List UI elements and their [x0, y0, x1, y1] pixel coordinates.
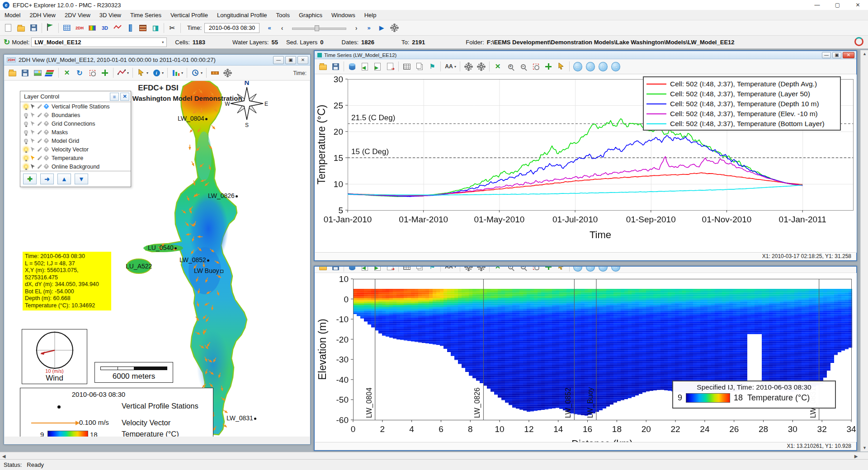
table-view-button[interactable]	[401, 61, 413, 73]
label-tag-icon[interactable]	[43, 129, 49, 135]
edit-pencil-icon[interactable]	[37, 113, 42, 118]
ts-close-button[interactable]: ✕	[843, 52, 854, 58]
open-model-button[interactable]	[15, 22, 27, 34]
map-station-lu_a522[interactable]: LU_A522	[126, 263, 152, 270]
scroll-down-icon[interactable]: ▼	[861, 444, 868, 451]
layer-row-boundaries[interactable]: Boundaries	[20, 111, 131, 119]
select-cursor-icon[interactable]	[31, 104, 35, 109]
map-station-lw-buoy[interactable]: LW Buoy	[194, 267, 223, 274]
nav-right-button[interactable]: →	[610, 267, 622, 273]
time-tool-button[interactable]: ▾	[189, 67, 204, 79]
menu-2dh-view[interactable]: 2DH View	[25, 10, 60, 20]
vertical-profile-button[interactable]	[124, 22, 136, 34]
map-minimize-button[interactable]: —	[273, 56, 284, 64]
flag-button[interactable]: ⚑	[426, 267, 438, 273]
database-button[interactable]	[346, 267, 358, 273]
longitudinal-profile-button[interactable]	[137, 22, 149, 34]
profile-plot[interactable]	[315, 273, 857, 442]
chart-settings-button[interactable]	[462, 61, 474, 73]
time-slider[interactable]	[292, 25, 346, 31]
time-field[interactable]: 2010-06-03 08:30	[204, 23, 259, 33]
time-slider-thumb[interactable]	[315, 25, 319, 31]
database-button[interactable]	[346, 61, 358, 73]
menu-2dv-view[interactable]: 2DV View	[60, 10, 95, 20]
map-window-title-bar[interactable]: 2DH 2DH View (LW_Model_EE12, 2010-01-01 …	[4, 55, 310, 66]
nav-right-button[interactable]: →	[610, 61, 622, 73]
zoom-in-button[interactable]: +	[505, 61, 516, 73]
visibility-bulb-icon[interactable]	[24, 104, 28, 108]
select-cursor-icon[interactable]	[31, 130, 35, 135]
label-tag-icon[interactable]	[43, 155, 49, 161]
app-close-button[interactable]: ✕	[848, 0, 868, 10]
copy-button[interactable]	[414, 267, 425, 273]
label-tag-icon[interactable]	[43, 112, 49, 118]
select-cursor-icon[interactable]	[31, 147, 35, 152]
save-model-button[interactable]	[28, 22, 39, 34]
edit-pencil-icon[interactable]	[37, 121, 42, 126]
edit-pencil-icon[interactable]	[37, 138, 42, 143]
font-button[interactable]: AA▾	[443, 61, 458, 73]
font-button[interactable]: AA▾	[443, 267, 458, 273]
visibility-bulb-icon[interactable]	[24, 164, 28, 169]
visibility-bulb-icon[interactable]	[24, 113, 28, 117]
zoom-in-button[interactable]: +	[505, 267, 516, 273]
pan-button[interactable]	[542, 61, 554, 73]
next-step-button[interactable]: ›	[350, 22, 362, 34]
visibility-bulb-icon[interactable]	[24, 139, 28, 143]
export-report-button[interactable]	[384, 267, 396, 273]
export-data-button[interactable]: ▶	[372, 267, 383, 273]
layers-button[interactable]	[44, 67, 56, 79]
layer-row-vertical-profile-stations[interactable]: Vertical Profile Stations	[20, 102, 131, 111]
label-tag-icon[interactable]	[43, 138, 49, 144]
layer-row-temperature[interactable]: Temperature	[20, 154, 131, 162]
zoom-window-button[interactable]	[530, 61, 542, 73]
app-maximize-button[interactable]: ▢	[827, 0, 848, 10]
run-settings-button[interactable]	[388, 22, 400, 34]
map-view[interactable]: N E S W EFDC+ DSI Lake Washington Model …	[5, 81, 310, 437]
new-file-button[interactable]	[2, 22, 14, 34]
visibility-bulb-icon[interactable]	[24, 130, 28, 134]
map-station-lu_0540[interactable]: LU_0540	[148, 244, 177, 251]
edit-pencil-icon[interactable]	[37, 130, 42, 135]
layer-row-online-background[interactable]: Online Background	[20, 162, 131, 171]
label-tag-icon[interactable]	[43, 146, 49, 152]
layer-row-velocity-vector[interactable]: Velocity Vector	[20, 145, 131, 154]
chart-settings-button[interactable]	[462, 267, 474, 273]
export-image-button[interactable]	[32, 67, 43, 79]
time-series-button[interactable]	[112, 22, 123, 34]
chart-tool-button[interactable]: ▾	[170, 67, 184, 79]
model-refresh-icon[interactable]: ↻	[4, 38, 10, 47]
2dh-view-button[interactable]: 2DH	[74, 22, 85, 34]
map-station-lw_0804[interactable]: LW_0804	[178, 115, 208, 122]
export-data-button[interactable]: ▶	[372, 61, 383, 73]
menu-windows[interactable]: Windows	[327, 10, 360, 20]
ts-restore-button[interactable]: ▣	[832, 52, 841, 58]
layer-control-menu-button[interactable]: ≡	[110, 93, 119, 101]
nav-left-button[interactable]: ←	[572, 61, 584, 73]
nav-up-button[interactable]: ↑	[597, 267, 609, 273]
select-cursor-icon[interactable]	[31, 155, 35, 160]
nav-up-button[interactable]: ↑	[597, 61, 609, 73]
layer-down-button[interactable]: ▼	[75, 174, 88, 184]
save-settings-button[interactable]	[330, 61, 341, 73]
copy-button[interactable]	[414, 61, 425, 73]
open-button[interactable]	[317, 267, 329, 273]
edit-pencil-icon[interactable]	[37, 104, 42, 109]
menu-model[interactable]: Model	[0, 10, 25, 20]
edit-pencil-icon[interactable]	[37, 164, 42, 169]
ee-logo-icon[interactable]	[854, 37, 863, 46]
add-layer-button[interactable]: ✚	[23, 174, 37, 184]
polyline-tool-button[interactable]: ▾	[116, 67, 130, 79]
play-button[interactable]: ▶	[376, 22, 387, 34]
label-tag-icon[interactable]	[43, 121, 49, 127]
cell-info-button[interactable]: i▾	[151, 67, 165, 79]
scroll-left-icon[interactable]: ◀	[0, 452, 8, 460]
nav-left-button[interactable]: ←	[572, 267, 584, 273]
pan-button[interactable]	[542, 267, 554, 273]
menu-vertical-profile[interactable]: Vertical Profile	[166, 10, 212, 20]
flag-button[interactable]: ⚑	[426, 61, 438, 73]
2dh-settings-button[interactable]	[222, 67, 233, 79]
move-layer-button[interactable]: ➜	[40, 174, 54, 184]
layer-row-masks[interactable]: Masks	[20, 128, 131, 136]
app-minimize-button[interactable]: —	[807, 0, 827, 10]
